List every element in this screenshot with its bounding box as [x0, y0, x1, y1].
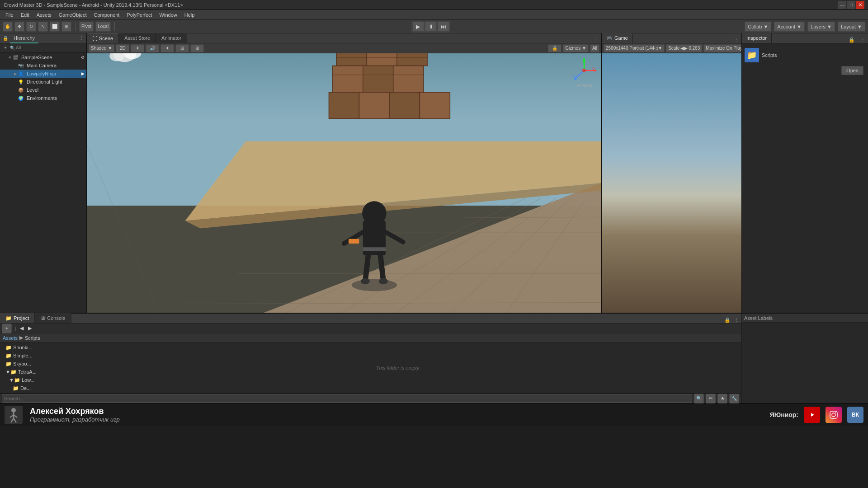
- svg-rect-19: [397, 53, 427, 66]
- settings-icon[interactable]: ⚙: [81, 55, 85, 60]
- search-filter2[interactable]: ★: [717, 394, 727, 404]
- proj-item-simple[interactable]: 📁 Simple...: [0, 352, 54, 360]
- layers-dropdown[interactable]: Layers ▼: [807, 22, 835, 32]
- project-add-btn[interactable]: +: [2, 324, 12, 333]
- open-button[interactable]: Open: [841, 66, 863, 75]
- tab-game[interactable]: 🎮 Game: [602, 33, 633, 43]
- expand-more[interactable]: ▶: [81, 71, 85, 76]
- folder-forward-icon[interactable]: ▶: [27, 325, 33, 331]
- hierarchy-item-samplescene[interactable]: ▼ 🎬 SampleScene ⚙: [0, 53, 86, 61]
- project-tree: 📁 Shunki... 📁 Simple... 📁 Skybo... ▼ 📁: [0, 343, 54, 393]
- hierarchy-more[interactable]: ⋮: [79, 35, 84, 41]
- 2d-toggle[interactable]: 2D: [116, 44, 129, 52]
- scale-tool[interactable]: ⤡: [38, 22, 48, 32]
- proj-item-skybo[interactable]: 📁 Skybo...: [0, 360, 54, 368]
- hierarchy-item-environments[interactable]: 🌍 Environments: [0, 94, 86, 102]
- hierarchy-add[interactable]: +: [2, 44, 9, 52]
- svg-rect-18: [367, 53, 397, 66]
- minimize-button[interactable]: —: [838, 1, 846, 9]
- local-button[interactable]: Local: [95, 22, 111, 32]
- maximize-on-play[interactable]: Maximize On Play: [703, 44, 745, 52]
- layers-label: Layers ▼: [811, 24, 832, 29]
- account-dropdown[interactable]: Account ▼: [774, 22, 805, 32]
- item-label: De...: [20, 385, 31, 391]
- transform-tool[interactable]: ⊞: [61, 22, 71, 32]
- tab-asset-store[interactable]: Asset Store: [119, 33, 156, 43]
- menu-component[interactable]: Component: [90, 10, 123, 20]
- inspector-panel: Inspector 🔒 ⋮ 📁 Scripts Open: [741, 33, 868, 313]
- tab-animator[interactable]: Animator: [156, 33, 187, 43]
- maximize-button[interactable]: □: [847, 1, 855, 9]
- layout-dropdown[interactable]: Layout ▼: [838, 22, 865, 32]
- play-controls: ▶ ⏸ ⏭: [411, 21, 450, 33]
- window-controls: — □ ✕: [838, 1, 864, 9]
- breadcrumb-root[interactable]: Assets: [3, 335, 18, 341]
- svg-text:X: X: [592, 66, 595, 70]
- scene-lock[interactable]: 🔒: [548, 44, 561, 52]
- proj-item-low[interactable]: ▼ 📁 Low...: [0, 376, 54, 384]
- scene-toggle1[interactable]: ⊟: [175, 44, 189, 52]
- audio-toggle[interactable]: 🔊: [146, 44, 159, 52]
- instagram-icon[interactable]: [826, 407, 842, 423]
- menu-polyperfect[interactable]: PolyPerfect: [123, 10, 156, 20]
- resolution-dropdown[interactable]: 2560x1440 Portrait (144◁▼: [604, 44, 665, 52]
- step-button[interactable]: ⏭: [438, 22, 449, 32]
- proj-item-tetraa[interactable]: ▼ 📁 TetraA...: [0, 368, 54, 376]
- folder-up-icon[interactable]: ◀: [19, 325, 25, 331]
- search-filter3[interactable]: 🔧: [729, 394, 739, 404]
- inspector-more[interactable]: ⋮: [858, 37, 868, 43]
- level-icon: 📦: [18, 88, 25, 93]
- all-dropdown[interactable]: All: [590, 44, 599, 52]
- scale-control[interactable]: Scale ◀▶ 0.263: [666, 44, 702, 52]
- pivot-button[interactable]: Pivot: [79, 22, 94, 32]
- menu-window[interactable]: Window: [156, 10, 181, 20]
- search-btn[interactable]: 🔍: [694, 394, 704, 404]
- window-title: Crowd Master 3D - SampleScene - Android …: [4, 2, 838, 8]
- play-button[interactable]: ▶: [412, 22, 424, 32]
- search-filter1[interactable]: ✏: [706, 394, 716, 404]
- tab-inspector[interactable]: Inspector: [742, 33, 772, 43]
- asset-store-tab-label: Asset Store: [124, 35, 150, 41]
- svg-rect-26: [333, 66, 363, 93]
- lights-toggle[interactable]: ☀: [131, 44, 144, 52]
- tab-console[interactable]: 🖥 Console: [35, 313, 71, 323]
- proj-item-de[interactable]: 📁 De...: [0, 384, 54, 392]
- tab-project[interactable]: 📁 Project: [0, 313, 35, 323]
- hand-tool[interactable]: ✋: [3, 22, 13, 32]
- shaded-dropdown[interactable]: Shaded ▼: [89, 44, 114, 52]
- svg-point-73: [835, 413, 836, 413]
- folder-item-scripts[interactable]: 📁 Scripts: [745, 46, 865, 64]
- hierarchy-item-directionallight[interactable]: 💡 Directional Light: [0, 78, 86, 86]
- fx-toggle[interactable]: ✦: [160, 44, 174, 52]
- youtube-icon[interactable]: [804, 407, 820, 423]
- project-panel-more[interactable]: ⋮: [732, 317, 741, 323]
- hierarchy-item-level[interactable]: 📦 Level: [0, 86, 86, 94]
- project-panel-lock[interactable]: 🔒: [722, 317, 732, 323]
- pause-button[interactable]: ⏸: [425, 22, 437, 32]
- scene-icon-tab: ⛶: [92, 36, 97, 41]
- menu-assets[interactable]: Assets: [33, 10, 55, 20]
- game-more[interactable]: ⋮: [731, 37, 741, 43]
- hierarchy-item-maincamera[interactable]: 📷 Main Camera: [0, 61, 86, 70]
- close-button[interactable]: ✕: [856, 1, 864, 9]
- scene-toggle2[interactable]: ⊞: [190, 44, 204, 52]
- proj-item-shunki[interactable]: 📁 Shunki...: [0, 343, 54, 352]
- vk-icon[interactable]: ВК: [847, 407, 863, 423]
- hierarchy-header: 🔒 Hierarchy ⋮: [0, 33, 86, 43]
- menu-edit[interactable]: Edit: [17, 10, 33, 20]
- tab-scene[interactable]: ⛶ Scene: [87, 33, 119, 43]
- rotate-tool[interactable]: ↻: [26, 22, 36, 32]
- hierarchy-item-lowpolyninja[interactable]: ▶ 👤 LowpolyNinja ▶: [0, 70, 86, 78]
- rect-tool[interactable]: ⬜: [50, 22, 60, 32]
- breadcrumb-sub[interactable]: Scripts: [25, 335, 40, 341]
- menu-gameobject[interactable]: GameObject: [55, 10, 90, 20]
- menu-help[interactable]: Help: [181, 10, 198, 20]
- gizmos-dropdown[interactable]: Gizmos ▼: [563, 44, 589, 52]
- project-search-input[interactable]: [2, 394, 692, 403]
- hierarchy-tab[interactable]: Hierarchy: [10, 33, 38, 43]
- move-tool[interactable]: ✥: [14, 22, 24, 32]
- collab-dropdown[interactable]: Collab ▼: [745, 22, 771, 32]
- inspector-lock-icon[interactable]: 🔒: [846, 37, 858, 43]
- scene-more[interactable]: ⋮: [591, 37, 601, 43]
- menu-file[interactable]: File: [2, 10, 17, 20]
